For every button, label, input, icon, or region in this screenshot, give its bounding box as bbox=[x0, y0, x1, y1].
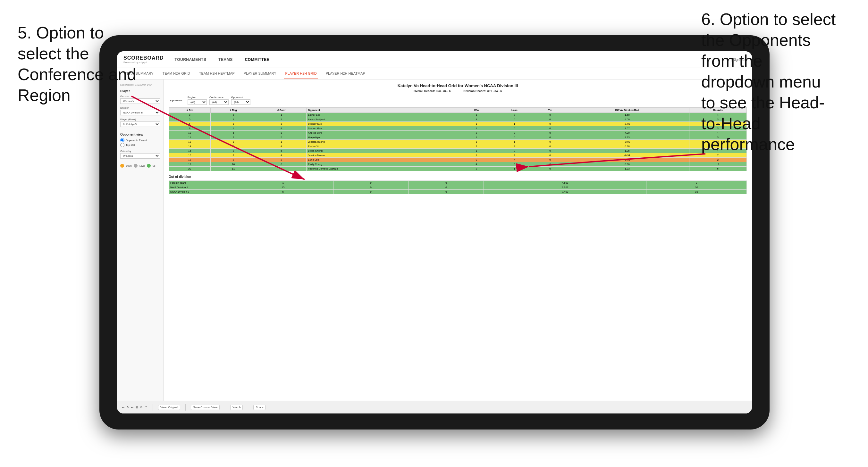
region-filter: Region (All) bbox=[188, 96, 207, 105]
table-row: 15 bbox=[169, 149, 211, 153]
table-row: 16 bbox=[169, 153, 211, 158]
subnav-player-h2h-grid[interactable]: PLAYER H2H GRID bbox=[284, 68, 318, 79]
out-of-division-table: Foreign Team 1 0 0 4.500 2 NAIA Division… bbox=[169, 181, 747, 194]
table-row: 19 bbox=[169, 162, 211, 167]
radio-top100[interactable]: Top 100 bbox=[120, 143, 160, 147]
ood-row: NCAA Division 2 bbox=[169, 190, 233, 194]
table-row: 10 bbox=[169, 131, 211, 135]
table-row: 14 bbox=[169, 144, 211, 149]
toolbar-history: ↩ ↻ ↩ ⊞ ⟳ ⏱ bbox=[122, 406, 148, 409]
view-original-btn[interactable]: View: Original bbox=[158, 405, 180, 410]
clock-icon[interactable]: ⏱ bbox=[145, 406, 148, 409]
ood-row: NAIA Division 1 bbox=[169, 185, 233, 190]
col-diff: Diff Av Strokes/Rnd bbox=[565, 108, 689, 113]
toolbar-divider-2 bbox=[185, 404, 186, 411]
records-row: Overall Record: 353 - 34 - 6 Division Re… bbox=[169, 89, 747, 93]
player-rank-select[interactable]: 8. Katelyn Vo bbox=[120, 122, 160, 127]
up-label: Up bbox=[153, 165, 156, 167]
nav-tournaments[interactable]: TOURNAMENTS bbox=[174, 57, 208, 62]
division-select[interactable]: NCAA Division III bbox=[120, 110, 160, 115]
sidebar: Last Updated: 27/03/2024 14:34 Player Ge… bbox=[117, 80, 163, 401]
table-row: 20 bbox=[169, 167, 211, 171]
level-label: Level bbox=[140, 165, 145, 167]
toolbar-divider-4 bbox=[248, 404, 248, 411]
table-row: 11 bbox=[169, 135, 211, 140]
opponent-view-radios: Opponents Played Top 100 bbox=[120, 138, 160, 147]
opponent-filter: Opponent (All) bbox=[231, 96, 250, 105]
annotation-right: 6. Option to select the Opponents from t… bbox=[701, 9, 858, 155]
nav-committee[interactable]: COMMITTEE bbox=[244, 57, 271, 62]
colour-by-label: Colour by bbox=[120, 150, 160, 153]
level-indicator bbox=[134, 164, 137, 168]
toolbar-divider-1 bbox=[153, 404, 153, 411]
division-record-label: Division Record: 331 - 34 - 6 bbox=[463, 89, 502, 93]
filter-row: Opponents: Region (All) Conference bbox=[169, 96, 747, 105]
region-select[interactable]: (All) bbox=[188, 99, 207, 105]
nav-teams[interactable]: TEAMS bbox=[217, 57, 234, 62]
col-reg: # Reg bbox=[211, 108, 256, 113]
col-tie: Tie bbox=[535, 108, 565, 113]
subnav-team-h2h-grid[interactable]: TEAM H2H GRID bbox=[161, 68, 191, 79]
subnav-team-h2h-heatmap[interactable]: TEAM H2H HEATMAP bbox=[198, 68, 236, 79]
ood-row: Foreign Team bbox=[169, 181, 233, 185]
conference-select[interactable]: (All) bbox=[209, 99, 228, 105]
table-row: 5 bbox=[169, 117, 211, 122]
radio-opponents-played[interactable]: Opponents Played bbox=[120, 138, 160, 142]
opponent-view-title: Opponent view bbox=[120, 133, 160, 136]
down-indicator bbox=[120, 164, 124, 168]
col-win: Win bbox=[459, 108, 494, 113]
table-row: 3 bbox=[169, 113, 211, 117]
tablet-screen: SCOREBOARD Powered by clippd TOURNAMENTS… bbox=[117, 51, 752, 413]
toolbar-divider-3 bbox=[225, 404, 225, 411]
content-area: Katelyn Vo Head-to-Head Grid for Women's… bbox=[163, 80, 752, 401]
watch-btn[interactable]: Watch bbox=[230, 405, 243, 410]
division-label: Division bbox=[120, 106, 160, 109]
content-title: Katelyn Vo Head-to-Head Grid for Women's… bbox=[169, 83, 747, 88]
overall-record-label: Overall Record: 353 - 34 - 6 bbox=[414, 89, 451, 93]
save-custom-btn[interactable]: Save Custom View bbox=[191, 405, 220, 410]
out-of-division-header: Out of division bbox=[169, 175, 747, 179]
bottom-toolbar: ↩ ↻ ↩ ⊞ ⟳ ⏱ View: Original Save Custom V… bbox=[117, 401, 752, 413]
down-label: Down bbox=[126, 165, 132, 167]
refresh-icon[interactable]: ⟳ bbox=[140, 406, 143, 409]
opponents-label: Opponents: bbox=[169, 99, 183, 102]
table-row: 9 bbox=[169, 126, 211, 131]
main-data-table: # Div # Reg # Conf Opponent Win Loss Tie… bbox=[169, 107, 747, 171]
up-indicator bbox=[147, 164, 151, 168]
redo-icon[interactable]: ↻ bbox=[127, 406, 129, 409]
opponent-select[interactable]: (All) bbox=[231, 99, 250, 105]
undo-icon[interactable]: ↩ bbox=[122, 406, 125, 409]
table-row: 6 bbox=[169, 122, 211, 126]
col-div: # Div bbox=[169, 108, 211, 113]
nav-items: TOURNAMENTS TEAMS COMMITTEE bbox=[174, 57, 731, 62]
subnav-player-h2h-heatmap[interactable]: PLAYER H2H HEATMAP bbox=[324, 68, 367, 79]
table-row: 13 bbox=[169, 140, 211, 144]
top-nav: SCOREBOARD Powered by clippd TOURNAMENTS… bbox=[117, 51, 752, 68]
annotation-left: 5. Option to select the Conference and R… bbox=[18, 23, 140, 106]
color-indicators: Down Level Up bbox=[120, 164, 160, 168]
tablet-frame: SCOREBOARD Powered by clippd TOURNAMENTS… bbox=[99, 35, 770, 430]
colour-by-select[interactable]: Win/loss bbox=[120, 153, 160, 159]
col-opponent: Opponent bbox=[307, 108, 459, 113]
table-row: 18 bbox=[169, 158, 211, 162]
col-conf: # Conf bbox=[256, 108, 307, 113]
player-rank-label: Player (Rank) bbox=[120, 118, 160, 121]
subnav-player-summary[interactable]: PLAYER SUMMARY bbox=[242, 68, 278, 79]
conference-filter: Conference (All) bbox=[209, 96, 228, 105]
undo2-icon[interactable]: ↩ bbox=[131, 406, 134, 409]
sub-nav: TEAM SUMMARY TEAM H2H GRID TEAM H2H HEAT… bbox=[117, 68, 752, 80]
main-content: Last Updated: 27/03/2024 14:34 Player Ge… bbox=[117, 80, 752, 401]
col-loss: Loss bbox=[494, 108, 535, 113]
share-btn[interactable]: Share bbox=[253, 405, 266, 410]
copy-icon[interactable]: ⊞ bbox=[136, 406, 138, 409]
